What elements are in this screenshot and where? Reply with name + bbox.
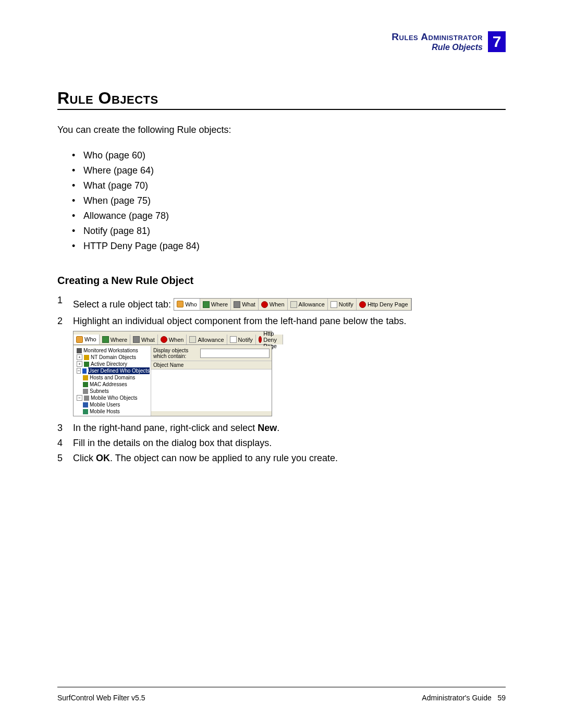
deny-icon (359, 301, 366, 308)
filter-input[interactable] (200, 349, 270, 358)
notify-icon (331, 301, 337, 308)
host-icon (83, 375, 88, 380)
steps-list: Select a rule object tab: Who Where What… (57, 293, 506, 466)
mobile-icon (84, 396, 89, 401)
notify-icon (230, 336, 237, 343)
tab-what[interactable]: What (231, 299, 259, 310)
intro-text: You can create the following Rule object… (57, 125, 506, 135)
filter-label: Display objects which contain: (153, 348, 198, 359)
footer-page-number: 59 (497, 694, 506, 702)
header-section: Rule Objects (391, 43, 483, 52)
tree-node-mac[interactable]: MAC Addresses (74, 381, 151, 388)
footer-product: SurfControl Web Filter v5.5 (57, 694, 145, 702)
title-rule (57, 109, 506, 110)
object-list[interactable] (151, 369, 272, 411)
when-icon (161, 336, 167, 343)
tab-http-deny[interactable]: Http Deny Page (256, 335, 284, 344)
tree-node-monitored[interactable]: Monitored Workstations (74, 347, 151, 354)
subheading: Creating a New Rule Object (57, 275, 506, 287)
what-icon (234, 301, 240, 308)
user-icon (82, 368, 86, 374)
what-icon (133, 336, 140, 343)
tree-node-nt[interactable]: +NT Domain Objects (74, 354, 151, 361)
who-icon (177, 301, 183, 307)
step-5: Click OK. The object can now be applied … (57, 451, 506, 466)
collapse-icon[interactable]: − (77, 368, 81, 374)
step-1: Select a rule object tab: Who Where What… (57, 293, 506, 314)
panel-figure: Who Where What When Allowance Notify Htt… (73, 331, 272, 416)
page-title: Rule Objects (57, 89, 506, 108)
step-3: In the right-hand pane, right-click and … (57, 421, 506, 436)
expand-icon[interactable]: + (77, 354, 82, 360)
tree-node-hosts[interactable]: Hosts and Domains (74, 374, 151, 381)
nt-icon (84, 355, 89, 360)
tab-who[interactable]: Who (74, 335, 100, 344)
step-2: Highlight an individual object component… (57, 314, 506, 421)
tree-node-subnets[interactable]: Subnets (74, 388, 151, 394)
where-icon (102, 336, 109, 343)
ad-icon (84, 362, 89, 367)
bold-new: New (258, 423, 277, 433)
page-header: Rules Administrator Rule Objects 7 (57, 31, 506, 52)
step-text: Click (73, 453, 96, 463)
tab-when[interactable]: When (259, 299, 288, 310)
header-chapter: Rules Administrator (391, 31, 483, 43)
list-item: Who (page 60) (72, 148, 506, 163)
list-item: When (page 75) (72, 193, 506, 208)
workstation-icon (77, 348, 82, 353)
tab-allowance[interactable]: Allowance (187, 335, 227, 344)
tree-node-mobile[interactable]: −Mobile Who Objects (74, 394, 151, 401)
page-footer: SurfControl Web Filter v5.5 Administrato… (57, 687, 506, 702)
step-text: In the right-hand pane, right-click and … (73, 423, 258, 433)
tree-node-mobile-hosts[interactable]: Mobile Hosts (74, 408, 151, 415)
when-icon (261, 301, 268, 308)
tab-where[interactable]: Where (200, 299, 231, 310)
who-icon (76, 336, 83, 343)
allowance-icon (189, 336, 196, 343)
mobile-host-icon (83, 409, 88, 414)
right-pane[interactable]: Display objects which contain: Object Na… (151, 346, 272, 416)
mobile-user-icon (83, 402, 88, 408)
allowance-icon (290, 301, 297, 308)
step-text: Fill in the details on the dialog box th… (73, 438, 272, 448)
list-item: What (page 70) (72, 178, 506, 193)
tab-when[interactable]: When (158, 335, 187, 344)
tab-what[interactable]: What (130, 335, 158, 344)
tab-notify[interactable]: Notify (328, 299, 357, 310)
bold-ok: OK (96, 453, 110, 463)
list-item: HTTP Deny Page (page 84) (72, 239, 506, 254)
tree-pane[interactable]: Monitored Workstations +NT Domain Object… (74, 346, 151, 416)
tree-node-userdef[interactable]: −User Defined Who Objects (74, 367, 151, 374)
collapse-icon[interactable]: − (77, 395, 82, 401)
where-icon (203, 301, 210, 308)
expand-icon[interactable]: + (77, 361, 82, 367)
step-text: Highlight an individual object component… (73, 316, 406, 326)
tab-allowance[interactable]: Allowance (288, 299, 328, 310)
tab-notify[interactable]: Notify (227, 335, 256, 344)
step-text: Select a rule object tab: (73, 299, 171, 310)
tabstrip-figure: Who Where What When Allowance Notify Htt… (174, 298, 411, 311)
tree-node-mobile-users[interactable]: Mobile Users (74, 401, 151, 408)
tree-node-ad[interactable]: +Active Directory (74, 361, 151, 367)
panel-tabstrip: Who Where What When Allowance Notify Htt… (74, 335, 272, 345)
tab-http-deny[interactable]: Http Deny Page (357, 299, 411, 310)
list-item: Allowance (page 78) (72, 208, 506, 224)
list-item: Notify (page 81) (72, 224, 506, 239)
column-header[interactable]: Object Name (151, 361, 272, 369)
step-4: Fill in the details on the dialog box th… (57, 436, 506, 451)
list-item: Where (page 64) (72, 163, 506, 178)
tab-where[interactable]: Where (100, 335, 130, 344)
mac-icon (83, 382, 88, 387)
footer-guide: Administrator's Guide (422, 694, 491, 702)
tab-who[interactable]: Who (174, 299, 200, 310)
subnet-icon (83, 389, 88, 394)
chapter-number-badge: 7 (488, 31, 506, 52)
deny-icon (259, 336, 262, 343)
rule-objects-list: Who (page 60) Where (page 64) What (page… (72, 148, 506, 254)
